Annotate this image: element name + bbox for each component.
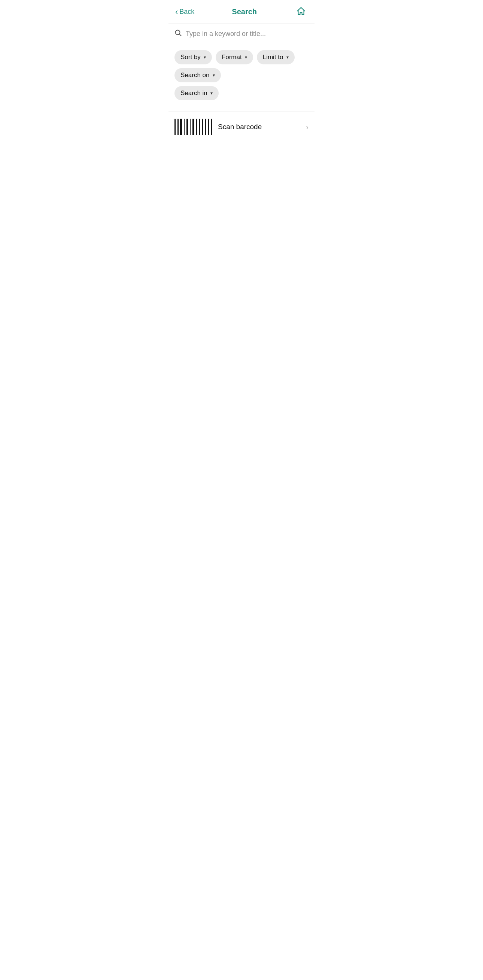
search-in-label: Search in (180, 89, 207, 97)
format-label: Format (222, 54, 242, 61)
home-icon (296, 6, 306, 16)
sort-by-chevron-icon: ▾ (204, 55, 206, 60)
back-button[interactable]: ‹ Back (175, 6, 194, 18)
search-icon (174, 29, 182, 38)
sort-by-button[interactable]: Sort by ▾ (174, 50, 212, 64)
page-title: Search (194, 8, 294, 16)
back-chevron-icon: ‹ (175, 8, 178, 16)
scan-section: Scan barcode › (169, 111, 314, 142)
limit-to-chevron-icon: ▾ (287, 55, 289, 60)
app-header: ‹ Back Search (169, 0, 314, 24)
sort-by-label: Sort by (180, 54, 201, 61)
search-in-chevron-icon: ▾ (210, 91, 213, 96)
scan-left: Scan barcode (174, 119, 262, 135)
scan-barcode-item[interactable]: Scan barcode › (174, 112, 309, 142)
barcode-icon (174, 119, 212, 135)
format-button[interactable]: Format ▾ (216, 50, 253, 64)
limit-to-label: Limit to (263, 54, 284, 61)
search-bar-container (169, 24, 314, 44)
home-button[interactable] (294, 5, 308, 19)
scan-barcode-label: Scan barcode (218, 123, 262, 131)
filter-row-1: Sort by ▾ Format ▾ Limit to ▾ Search on … (169, 44, 314, 82)
search-in-button[interactable]: Search in ▾ (174, 86, 218, 100)
search-on-button[interactable]: Search on ▾ (174, 68, 221, 82)
search-on-chevron-icon: ▾ (213, 73, 215, 78)
svg-line-1 (179, 34, 181, 36)
search-bar (174, 28, 309, 40)
back-label: Back (179, 8, 194, 16)
filter-row-2: Search in ▾ (169, 82, 314, 100)
search-on-label: Search on (180, 72, 210, 79)
format-chevron-icon: ▾ (245, 55, 247, 60)
chevron-right-icon: › (306, 123, 309, 131)
limit-to-button[interactable]: Limit to ▾ (257, 50, 295, 64)
search-input[interactable] (186, 28, 309, 40)
